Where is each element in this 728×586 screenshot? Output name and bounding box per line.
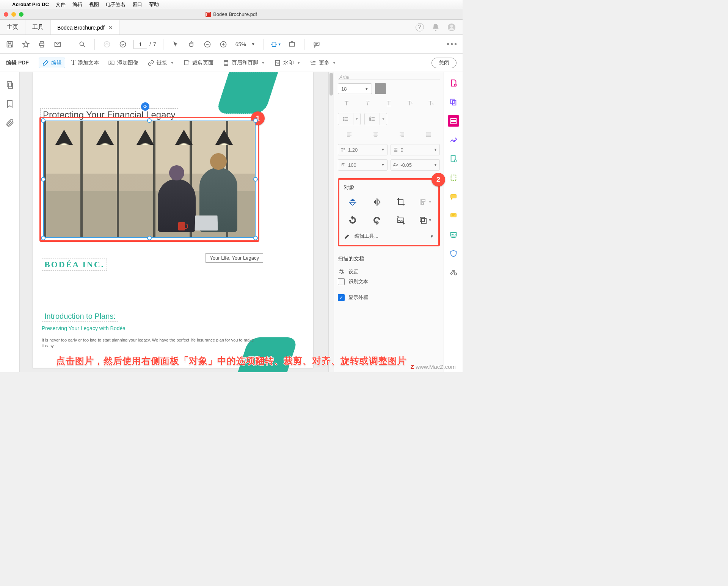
search-icon[interactable] [77,39,88,50]
mail-icon[interactable] [52,39,63,50]
select-tool-icon[interactable] [170,39,181,50]
bell-icon[interactable] [431,23,440,31]
close-tab-icon[interactable]: ✕ [108,25,113,31]
resize-handle[interactable] [253,236,258,240]
brochure-photo[interactable] [44,121,255,237]
comment-tool-icon[interactable] [448,191,459,202]
header-footer-button[interactable]: 页眉和页脚▼ [220,58,268,68]
create-pdf-icon[interactable] [448,77,459,89]
flip-horizontal-icon[interactable] [368,196,386,208]
attachment-panel-icon[interactable] [5,118,14,127]
line-height-select[interactable]: 1.20▼ [338,144,388,155]
read-mode-icon[interactable] [287,39,297,50]
tagline-text[interactable]: Your Life, Your Legacy [206,253,263,263]
sticky-note-icon[interactable] [448,210,459,221]
close-window-button[interactable] [4,12,8,17]
resize-handle[interactable] [41,177,46,182]
menu-file[interactable]: 文件 [56,1,66,8]
ocr-checkbox[interactable] [338,278,345,285]
scrollbar-thumb[interactable] [329,73,333,96]
account-icon[interactable] [447,23,456,31]
scan-ocr-icon[interactable] [448,229,459,240]
minimize-window-button[interactable] [11,12,16,17]
image-selection-frame[interactable] [43,121,256,238]
page-current-input[interactable] [133,40,147,49]
zoom-in-icon[interactable] [218,39,229,50]
resize-handle[interactable] [147,118,152,123]
edit-pdf-tool-icon[interactable] [448,115,459,127]
intro-heading[interactable]: Introduction to Plans: [42,311,118,322]
star-icon[interactable] [20,39,31,50]
pages-panel-icon[interactable] [5,80,14,89]
organize-pages-icon[interactable] [448,172,459,183]
align-left-icon[interactable] [338,129,361,140]
zoom-select[interactable]: 65%▼ [234,41,257,48]
font-size-select[interactable]: 18▼ [338,83,372,94]
show-outline-checkbox-row[interactable]: ✓ 显示外框 [338,293,440,302]
rotate-ccw-icon[interactable] [344,214,361,227]
edit-tools-dropdown[interactable]: 编辑工具... ▼ [344,230,434,242]
help-icon[interactable]: ? [416,23,424,31]
italic-icon[interactable]: T [359,98,377,109]
company-logo-text[interactable]: BODÉA INC. [42,259,107,271]
sign-icon[interactable] [448,134,459,146]
para-spacing-select[interactable]: 0▼ [391,144,440,155]
add-text-button[interactable]: T 添加文本 [68,57,102,68]
show-outline-checkbox[interactable]: ✓ [338,294,345,301]
app-name[interactable]: Acrobat Pro DC [12,2,49,7]
resize-handle[interactable] [41,118,46,123]
comment-icon[interactable] [311,39,322,50]
save-icon[interactable] [5,39,15,50]
crop-pages-button[interactable]: 裁剪页面 [180,58,217,68]
align-center-icon[interactable] [364,129,387,140]
page-down-icon[interactable] [118,39,128,50]
more-button[interactable]: 更多▼ [307,58,339,68]
vertical-scrollbar[interactable] [328,72,334,372]
page-up-icon[interactable] [102,39,112,50]
tracking-select[interactable]: AV-0.05▼ [391,159,440,171]
crop-icon[interactable] [392,196,410,208]
settings-button[interactable]: 设置 [338,267,440,277]
font-name-field[interactable]: Arial [338,74,440,80]
menu-window[interactable]: 窗口 [132,1,142,8]
resize-handle[interactable] [41,236,46,240]
link-button[interactable]: 链接▼ [144,58,177,68]
bold-icon[interactable]: T [338,98,355,109]
intro-body-text[interactable]: It is never too early or too late to sta… [42,337,254,349]
rotate-handle-icon[interactable]: ⟳ [141,102,149,111]
nav-home[interactable]: 主页 [0,20,25,34]
resize-handle[interactable] [147,236,152,240]
menu-view[interactable]: 视图 [89,1,99,8]
menu-edit[interactable]: 编辑 [72,1,82,8]
numbered-list-button[interactable]: 123▼ [364,113,387,125]
align-objects-icon[interactable]: ▼ [416,196,434,208]
replace-image-icon[interactable] [392,214,410,227]
fit-width-icon[interactable]: ▼ [271,39,281,50]
align-justify-icon[interactable] [417,129,440,140]
intro-subheading[interactable]: Preserving Your Legacy with Bodéa [42,325,126,331]
document-canvas[interactable]: Protecting Your Financial Legacy ⟳ 1 [20,72,334,372]
print-icon[interactable] [36,39,47,50]
overflow-icon[interactable]: ••• [447,40,458,49]
export-pdf-icon[interactable] [448,153,459,165]
superscript-icon[interactable]: T¹ [401,98,419,109]
edit-button[interactable]: 编辑 [39,58,65,68]
underline-icon[interactable]: T [380,98,398,109]
resize-handle[interactable] [253,177,258,182]
subscript-icon[interactable]: T₁ [422,98,440,109]
resize-handle[interactable] [253,118,258,123]
protect-icon[interactable] [448,248,459,259]
add-image-button[interactable]: 添加图像 [105,58,141,68]
flip-vertical-icon[interactable] [344,196,361,208]
horizontal-scale-select[interactable]: 100▼ [338,159,388,171]
menu-help[interactable]: 帮助 [149,1,159,8]
close-edit-button[interactable]: 关闭 [431,58,457,68]
hand-tool-icon[interactable] [186,39,197,50]
more-tools-icon[interactable] [448,267,459,278]
align-right-icon[interactable] [391,129,414,140]
menu-esign[interactable]: 电子签名 [106,1,126,8]
color-swatch[interactable] [375,83,386,94]
maximize-window-button[interactable] [19,12,24,17]
document-tab[interactable]: Bodea Brochure.pdf ✕ [51,20,119,34]
combine-files-icon[interactable] [448,96,459,108]
